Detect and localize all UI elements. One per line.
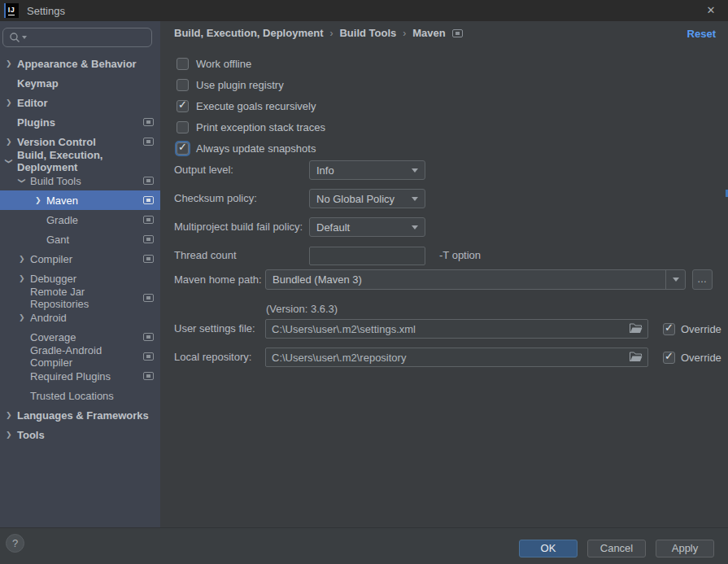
- sidebar-item-languages-frameworks[interactable]: Languages & Frameworks: [0, 405, 160, 425]
- checkbox-label: Work offline: [196, 58, 251, 70]
- chevron-right-icon[interactable]: [6, 411, 17, 419]
- sidebar-item-android[interactable]: Android: [0, 308, 160, 327]
- breadcrumb-build-tools[interactable]: Build Tools: [339, 27, 396, 39]
- window-title: Settings: [27, 5, 65, 17]
- external-config-icon: [452, 29, 463, 37]
- reset-link[interactable]: Reset: [687, 28, 716, 40]
- work-offline-checkbox[interactable]: [177, 58, 189, 70]
- external-config-icon: [143, 352, 154, 361]
- help-button[interactable]: ?: [6, 534, 24, 553]
- use-plugin-registry-row: Use plugin registry: [177, 77, 284, 93]
- external-config-icon: [143, 333, 154, 341]
- chevron-right-icon[interactable]: [19, 274, 30, 282]
- sidebar-item-appearance-behavior[interactable]: Appearance & Behavior: [0, 54, 160, 73]
- external-config-icon: [143, 372, 154, 380]
- print-exception-stack-traces-checkbox[interactable]: [177, 121, 189, 133]
- sidebar-item-build-execution-deployment[interactable]: Build, Execution, Deployment: [0, 151, 160, 171]
- sidebar-item-maven[interactable]: Maven: [0, 190, 160, 210]
- sidebar-item-remote-jar-repositories[interactable]: Remote Jar Repositories: [0, 288, 160, 308]
- thread-count-label: Thread count: [174, 246, 237, 265]
- external-config-icon: [143, 294, 154, 302]
- breadcrumb-build-execution-deployment[interactable]: Build, Execution, Deployment: [174, 27, 323, 39]
- sidebar-item-trusted-locations[interactable]: Trusted Locations: [0, 386, 160, 405]
- local-repository-override-checkbox[interactable]: [663, 352, 675, 364]
- close-icon[interactable]: ✕: [704, 3, 718, 18]
- sidebar-item-tools[interactable]: Tools: [0, 425, 160, 444]
- dropdown-arrow-cell[interactable]: [665, 270, 685, 289]
- local-repository-input[interactable]: [265, 348, 648, 367]
- local-repository-field: [265, 348, 648, 367]
- sidebar-item-keymap[interactable]: Keymap: [0, 73, 160, 93]
- chevron-right-icon[interactable]: [6, 59, 17, 68]
- sidebar-item-label: Editor: [17, 97, 48, 109]
- chevron-right-icon[interactable]: [6, 138, 17, 146]
- sidebar-item-label: Debugger: [30, 273, 76, 285]
- user-settings-file-input[interactable]: [265, 319, 648, 339]
- breadcrumb-maven[interactable]: Maven: [412, 27, 445, 39]
- sidebar-item-plugins[interactable]: Plugins: [0, 112, 160, 132]
- sidebar-item-label: Tools: [17, 429, 45, 441]
- external-config-icon: [143, 177, 154, 185]
- sidebar-item-required-plugins[interactable]: Required Plugins: [0, 366, 160, 386]
- breadcrumb-separator-icon: ›: [403, 28, 406, 39]
- local-repository-label: Local repository:: [174, 348, 251, 367]
- breadcrumb-separator-icon: ›: [329, 28, 333, 39]
- settings-tree: Appearance & Behavior Keymap Editor Plug…: [0, 54, 160, 444]
- chevron-right-icon[interactable]: [6, 98, 17, 107]
- override-label: Override: [681, 323, 721, 335]
- dropdown-arrow-icon: [673, 278, 679, 282]
- external-config-icon: [143, 255, 154, 263]
- cancel-button[interactable]: Cancel: [587, 540, 646, 557]
- intellij-logo-text: IJ: [8, 6, 15, 15]
- folder-icon[interactable]: [630, 323, 643, 334]
- intellij-logo-icon: IJ: [4, 3, 19, 18]
- ok-button[interactable]: OK: [519, 540, 578, 557]
- output-level-value: Info: [316, 164, 334, 177]
- dropdown-arrow-icon: [412, 197, 418, 201]
- always-update-snapshots-row: Always update snapshots: [177, 140, 316, 156]
- folder-icon[interactable]: [630, 352, 643, 362]
- sidebar-item-build-tools[interactable]: Build Tools: [0, 171, 160, 190]
- multiproject-policy-label: Multiproject build fail policy:: [174, 217, 303, 237]
- chevron-right-icon[interactable]: [19, 255, 30, 263]
- user-settings-override-checkbox[interactable]: [663, 323, 675, 335]
- sidebar-item-editor[interactable]: Editor: [0, 93, 160, 112]
- chevron-right-icon[interactable]: [19, 313, 30, 321]
- search-history-caret-icon[interactable]: [22, 36, 27, 39]
- maven-home-path-select[interactable]: Bundled (Maven 3): [265, 269, 686, 290]
- sidebar-item-label: Languages & Frameworks: [17, 409, 149, 422]
- output-level-select[interactable]: Info: [309, 160, 425, 180]
- browse-button[interactable]: …: [692, 269, 713, 290]
- user-settings-override: Override: [663, 319, 721, 339]
- search-icon: [9, 32, 20, 43]
- execute-goals-recursively-row: Execute goals recursively: [177, 98, 316, 114]
- sidebar-item-gradle[interactable]: Gradle: [0, 210, 160, 230]
- thread-count-input[interactable]: [309, 247, 425, 265]
- output-level-label: Output level:: [174, 160, 233, 180]
- checkbox-label: Use plugin registry: [196, 79, 284, 91]
- checkbox-label: Execute goals recursively: [196, 100, 316, 112]
- chevron-right-icon[interactable]: [6, 431, 17, 439]
- use-plugin-registry-checkbox[interactable]: [177, 79, 189, 91]
- checksum-policy-select[interactable]: No Global Policy: [309, 189, 425, 208]
- breadcrumb: Build, Execution, Deployment › Build Too…: [174, 27, 463, 39]
- always-update-snapshots-checkbox[interactable]: [177, 142, 189, 155]
- external-config-icon: [143, 196, 154, 204]
- chevron-down-icon[interactable]: [6, 157, 17, 165]
- apply-button[interactable]: Apply: [656, 540, 714, 557]
- chevron-down-icon[interactable]: [19, 177, 30, 185]
- settings-search-input[interactable]: [2, 28, 152, 47]
- maven-version-note: (Version: 3.6.3): [266, 303, 338, 315]
- sidebar-item-label: Keymap: [17, 77, 59, 90]
- settings-dialog: IJ Settings ✕ Appearance & Behavior Keym…: [0, 0, 728, 564]
- sidebar-item-compiler[interactable]: Compiler: [0, 249, 160, 269]
- work-offline-row: Work offline: [177, 55, 251, 72]
- maven-settings-panel: Build, Execution, Deployment › Build Too…: [160, 21, 728, 527]
- maven-home-path-value: Bundled (Maven 3): [266, 273, 362, 286]
- sidebar-item-gradle-android-compiler[interactable]: Gradle-Android Compiler: [0, 347, 160, 366]
- execute-goals-recursively-checkbox[interactable]: [177, 100, 189, 112]
- sidebar-item-gant[interactable]: Gant: [0, 230, 160, 249]
- multiproject-policy-select[interactable]: Default: [309, 217, 425, 237]
- chevron-right-icon[interactable]: [35, 196, 46, 204]
- sidebar-item-label: Appearance & Behavior: [17, 58, 137, 70]
